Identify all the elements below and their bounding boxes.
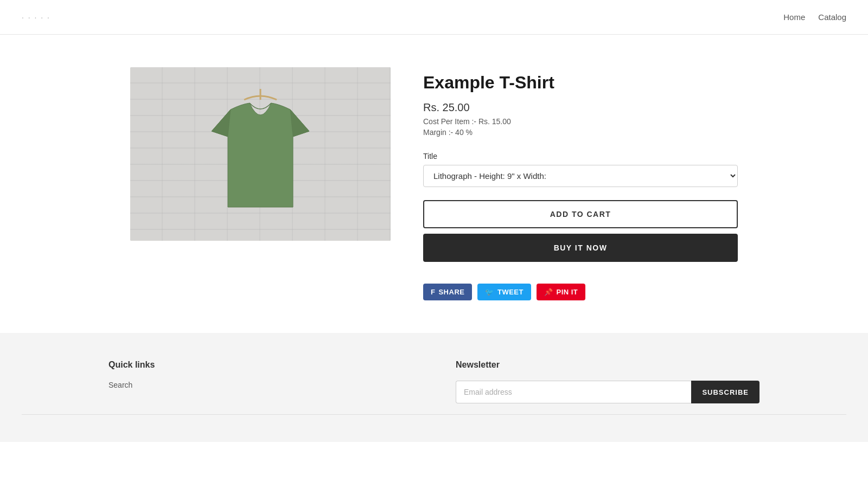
share-label: SHARE bbox=[438, 288, 464, 296]
social-share: f SHARE 🐦 TWEET 📌 PIN IT bbox=[423, 284, 738, 300]
product-cost: Cost Per Item :- Rs. 15.00 bbox=[423, 117, 738, 126]
product-price: Rs. 25.00 bbox=[423, 101, 738, 114]
main-content: Example T-Shirt Rs. 25.00 Cost Per Item … bbox=[108, 67, 760, 300]
footer-divider bbox=[22, 414, 846, 415]
header-nav: Home Catalog bbox=[783, 12, 846, 22]
product-image-container bbox=[130, 67, 391, 241]
pinterest-icon: 📌 bbox=[544, 288, 553, 296]
variant-select[interactable]: Lithograph - Height: 9" x Width: bbox=[423, 165, 738, 187]
add-to-cart-button[interactable]: ADD TO CART bbox=[423, 200, 738, 228]
footer-search-link[interactable]: Search bbox=[108, 381, 412, 389]
product-title: Example T-Shirt bbox=[423, 73, 738, 93]
facebook-icon: f bbox=[431, 288, 435, 296]
pin-label: PIN IT bbox=[556, 288, 578, 296]
tshirt-svg bbox=[201, 88, 320, 218]
newsletter-form: SUBSCRIBE bbox=[456, 381, 760, 403]
variant-label: Title bbox=[423, 152, 738, 160]
quick-links-heading: Quick links bbox=[108, 360, 412, 370]
header: · · · · · Home Catalog bbox=[0, 0, 868, 35]
header-logo: · · · · · bbox=[22, 13, 50, 22]
twitter-icon: 🐦 bbox=[485, 288, 494, 296]
nav-catalog[interactable]: Catalog bbox=[818, 12, 846, 22]
product-margin: Margin :- 40 % bbox=[423, 128, 738, 137]
facebook-share-button[interactable]: f SHARE bbox=[423, 284, 472, 300]
newsletter-email-input[interactable] bbox=[456, 381, 691, 403]
buy-it-now-button[interactable]: BUY IT NOW bbox=[423, 234, 738, 262]
nav-home[interactable]: Home bbox=[783, 12, 805, 22]
subscribe-button[interactable]: SUBSCRIBE bbox=[691, 381, 760, 403]
tweet-label: TWEET bbox=[497, 288, 524, 296]
twitter-share-button[interactable]: 🐦 TWEET bbox=[477, 284, 531, 300]
pinterest-share-button[interactable]: 📌 PIN IT bbox=[537, 284, 585, 300]
product-details: Example T-Shirt Rs. 25.00 Cost Per Item … bbox=[423, 67, 738, 300]
newsletter-heading: Newsletter bbox=[456, 360, 760, 370]
footer: Quick links Search Newsletter SUBSCRIBE bbox=[0, 333, 868, 442]
footer-inner: Quick links Search Newsletter SUBSCRIBE bbox=[108, 360, 760, 403]
footer-quick-links: Quick links Search bbox=[108, 360, 412, 403]
product-image bbox=[201, 88, 320, 220]
footer-newsletter: Newsletter SUBSCRIBE bbox=[456, 360, 760, 403]
